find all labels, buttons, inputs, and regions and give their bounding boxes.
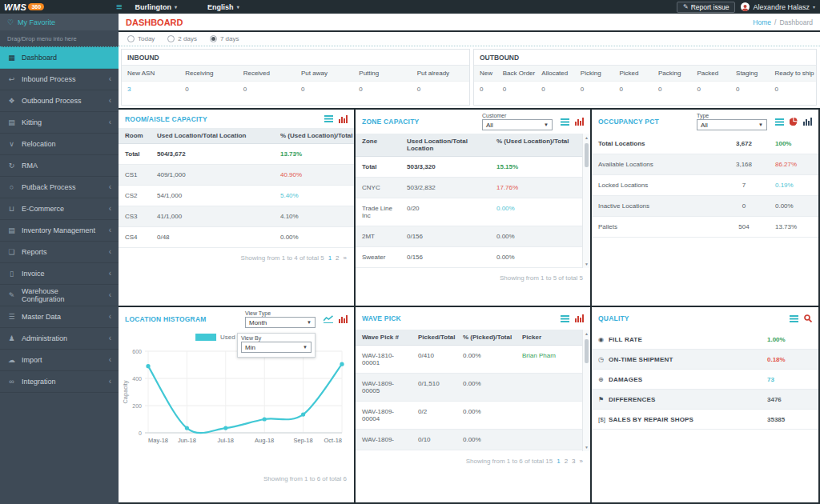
sidebar-item-relocation[interactable]: ∨ Relocation (0, 134, 119, 155)
wave-picker-cell: Brian Pham (516, 346, 590, 374)
logo-text: WMS (4, 2, 26, 12)
report-issue-button[interactable]: ✎ Report issue (677, 2, 735, 13)
sidebar-item-putback-process[interactable]: ○ Putback Process ‹ (0, 177, 119, 198)
radio-today[interactable]: Today (127, 35, 155, 42)
breadcrumb-separator: / (774, 18, 776, 26)
page-next-icon[interactable]: » (344, 254, 347, 262)
page-number[interactable]: 1 (328, 254, 332, 262)
chevron-left-icon: ‹ (109, 184, 111, 190)
scroll-down-icon[interactable]: ▼ (585, 443, 589, 451)
page-number[interactable]: 2 (565, 458, 568, 465)
scroll-up-icon[interactable]: ▲ (585, 330, 589, 338)
caret-down-icon: ▾ (237, 4, 239, 10)
occupancy-name-cell: Locked Locations (592, 175, 716, 196)
wave-picker-cell (516, 402, 590, 430)
list-view-icon[interactable] (561, 315, 569, 322)
outbound-picked-value[interactable]: 0 (619, 86, 622, 93)
radio-2-days[interactable]: 2 days (167, 35, 197, 42)
column-header: % (Picked)/Total (456, 330, 516, 346)
wave-picked-cell: 0/10 (412, 430, 456, 450)
view-type-select[interactable]: Month ▼ (245, 317, 316, 328)
list-view-icon[interactable] (790, 315, 798, 322)
page-number[interactable]: 2 (336, 254, 339, 262)
column-header: Room (119, 128, 151, 144)
sidebar-item-rma[interactable]: ↻ RMA (0, 155, 119, 177)
site-selector[interactable]: Burlington ▾ (135, 3, 178, 11)
my-favorite-header[interactable]: ♡ My Favorite (0, 14, 119, 30)
sidebar-item-outbound-process[interactable]: ❖ Outbound Process ‹ (0, 90, 119, 112)
select-arrow-icon: ▼ (303, 345, 308, 350)
view-by-select[interactable]: Min ▼ (241, 342, 312, 353)
outbound-picking-value[interactable]: 0 (581, 86, 584, 93)
language-selector[interactable]: English ▾ (207, 3, 239, 11)
search-icon[interactable] (804, 314, 812, 322)
line-chart-view-icon[interactable] (324, 315, 333, 323)
inbound-put-away-value[interactable]: 0 (301, 86, 304, 93)
inbound-new-asn-value[interactable]: 3 (127, 86, 131, 93)
outbound-allocated-value[interactable]: 0 (541, 86, 545, 93)
sidebar-item-e-commerce[interactable]: ⊔ E-Commerce ‹ (0, 198, 119, 220)
language-name: English (207, 3, 234, 11)
date-filter-bar: Today 2 days 7 days (119, 32, 820, 46)
radio-circle (167, 35, 175, 42)
sidebar-item-inventory-management[interactable]: ▤ Inventory Management ‹ (0, 220, 119, 242)
inbound-received-value[interactable]: 0 (243, 86, 247, 93)
occupancy-pct-cell: 86.27% (769, 154, 818, 175)
bar-chart-view-icon[interactable] (339, 315, 348, 323)
chevron-left-icon: ‹ (109, 292, 111, 298)
occupancy-pct-cell: 0.00% (769, 196, 818, 217)
list-view-icon[interactable] (561, 118, 569, 126)
scroll-up-icon[interactable]: ▲ (585, 134, 589, 142)
vertical-scrollbar[interactable]: ▲ ▼ (582, 330, 590, 451)
breadcrumb-home-link[interactable]: Home (753, 18, 771, 26)
wave-pick-table: Wave Pick # Picked/Total % (Picked)/Tota… (356, 330, 590, 450)
bar-chart-view-icon[interactable] (575, 118, 584, 126)
zone-name-cell: CNYC (356, 178, 400, 198)
user-name: Alexandre Halasz (753, 3, 810, 11)
my-favorite-label: My Favorite (18, 18, 55, 26)
sidebar-item-warehouse-configuration[interactable]: ✎ Warehouse Configuration ‹ (0, 285, 119, 306)
customer-select[interactable]: All ▼ (482, 119, 553, 130)
sidebar-item-kitting[interactable]: ▤ Kitting ‹ (0, 112, 119, 134)
user-menu[interactable]: Alexandre Halasz ▾ (741, 2, 815, 11)
outbound-new-value[interactable]: 0 (480, 86, 483, 93)
inbound-receiving-value[interactable]: 0 (185, 86, 188, 93)
list-view-icon[interactable] (324, 115, 333, 122)
outbound-packing-value[interactable]: 0 (658, 86, 661, 93)
zone-name-cell: 2MT (356, 226, 400, 247)
page-next-icon[interactable]: » (580, 458, 583, 465)
radio-circle-checked (210, 35, 217, 42)
sidebar-item-integration[interactable]: ∞ Integration ‹ (0, 371, 119, 393)
outbound-packed-value[interactable]: 0 (697, 86, 701, 93)
sidebar-item-dashboard[interactable]: ▦ Dashboard (0, 47, 119, 69)
pie-chart-view-icon[interactable] (790, 118, 798, 126)
sidebar-item-master-data[interactable]: ☰ Master Data ‹ (0, 306, 119, 328)
inbound-put-already-value[interactable]: 0 (417, 86, 420, 93)
table-row: Total 504/3,672 13.73% (119, 144, 354, 165)
zone-used-cell: 503/3,320 (400, 157, 490, 178)
vertical-scrollbar[interactable]: ▲ ▼ (582, 134, 590, 268)
inbound-putting-value[interactable]: 0 (359, 86, 362, 93)
outbound-ready-to-ship-value[interactable]: 0 (775, 86, 778, 93)
top-bar: WMS 360 ≡ Burlington ▾ English ▾ ✎ Repor… (0, 0, 820, 14)
radio-7-days[interactable]: 7 days (210, 35, 239, 42)
outbound-staging-value[interactable]: 0 (736, 86, 739, 93)
scrollbar-thumb[interactable] (585, 143, 589, 167)
bar-chart-view-icon[interactable] (803, 118, 812, 126)
sidebar-item-import[interactable]: ☁ Import ‹ (0, 350, 119, 371)
outbound-back-order-value[interactable]: 0 (503, 86, 506, 93)
page-number[interactable]: 1 (557, 458, 560, 465)
scroll-down-icon[interactable]: ▼ (585, 260, 589, 268)
bar-chart-view-icon[interactable] (339, 115, 348, 123)
sidebar-item-inbound-process[interactable]: ↩ Inbound Process ‹ (0, 69, 119, 90)
quality-label: ON-TIME SHIPMENT (609, 356, 767, 363)
page-number[interactable]: 3 (572, 458, 575, 465)
type-select[interactable]: All ▼ (697, 119, 767, 130)
sidebar-item-invoice[interactable]: ▯ Invoice ‹ (0, 263, 119, 285)
hamburger-menu-icon[interactable]: ≡ (116, 3, 123, 11)
bar-chart-view-icon[interactable] (575, 314, 584, 322)
sidebar-item-administration[interactable]: ♟ Administration ‹ (0, 328, 119, 350)
list-view-icon[interactable] (775, 118, 784, 126)
scrollbar-thumb[interactable] (585, 339, 589, 363)
sidebar-item-reports[interactable]: ❏ Reports ‹ (0, 242, 119, 263)
